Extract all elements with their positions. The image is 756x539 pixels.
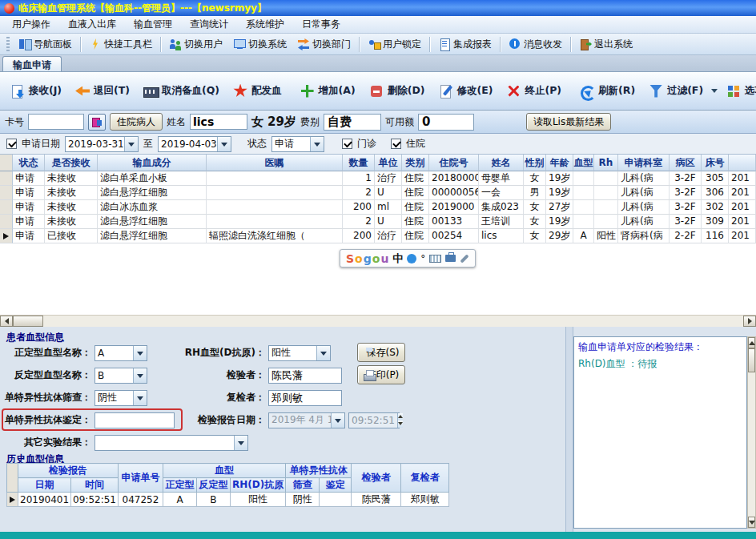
add-button[interactable]: 增加(A)	[293, 74, 362, 108]
history-col-forward[interactable]: 正定型	[163, 478, 196, 493]
history-col-date[interactable]: 日期	[18, 478, 71, 493]
filter-button[interactable]: 过滤(F)	[641, 74, 710, 108]
history-group-antibody[interactable]: 单特异性抗体	[286, 464, 352, 478]
scroll-down-button[interactable]	[748, 517, 755, 528]
history-col-apply-no[interactable]: 申请单号	[118, 464, 163, 493]
delete-button[interactable]: 删除(D)	[362, 74, 432, 108]
antibody-screen-select[interactable]: 阴性	[94, 390, 147, 406]
horizontal-scrollbar[interactable]	[0, 315, 756, 327]
grid-column-header[interactable]: 是否接收	[45, 155, 98, 171]
apply-date-checkbox[interactable]	[6, 139, 17, 149]
scroll-left-button[interactable]	[0, 316, 13, 327]
panel-splitter[interactable]	[565, 327, 573, 532]
status-select[interactable]: 申请	[271, 136, 324, 152]
forward-type-select[interactable]: A	[94, 345, 147, 361]
inpatient-button[interactable]: 住院病人	[110, 113, 163, 131]
grid-column-header[interactable]: 申请科室	[618, 155, 670, 171]
grid-column-header[interactable]: 医嘱	[207, 155, 343, 171]
date-to-dropdown-button[interactable]	[217, 137, 231, 151]
vertical-scrollbar[interactable]	[747, 336, 756, 529]
grid-column-header[interactable]: 住院号	[429, 155, 479, 171]
sogou-moon-icon[interactable]	[407, 254, 416, 263]
history-row[interactable]: 20190401 09:52:51 047252 A B 阳性 阴性 陈民藩 郑…	[7, 493, 449, 507]
date-to-picker[interactable]: 2019-04-03 11	[158, 136, 231, 152]
menu-transfusion-mgmt[interactable]: 输血管理	[125, 16, 181, 33]
spin-up-button[interactable]	[398, 413, 403, 420]
date-from-dropdown-button[interactable]	[124, 137, 138, 151]
scroll-thumb[interactable]	[748, 348, 755, 372]
grid-column-header[interactable]: 性别	[524, 155, 546, 171]
grid-column-header[interactable]: 数量	[343, 155, 375, 171]
menu-user-ops[interactable]: 用户操作	[3, 16, 59, 33]
reverse-type-select[interactable]: B	[94, 368, 147, 384]
inpatient-checkbox[interactable]	[391, 139, 401, 149]
combo-dropdown-button[interactable]	[234, 436, 247, 450]
refresh-button[interactable]: 刷新(R)	[573, 74, 641, 108]
grid-column-header[interactable]: 姓名	[479, 155, 524, 171]
grid-column-header[interactable]: 输血成分	[98, 155, 207, 171]
stop-button[interactable]: 终止(P)	[499, 74, 568, 108]
report-time-spinner[interactable]: 09:52:51	[348, 412, 400, 428]
outpatient-checkbox[interactable]	[342, 139, 352, 149]
status-dropdown-button[interactable]	[310, 137, 324, 151]
grid-column-header[interactable]	[729, 155, 756, 171]
table-row[interactable]: 申请未接收滤白悬浮红细胞2U住院00000056一会男19岁儿科(病3-2F30…	[0, 186, 756, 200]
edit-button[interactable]: 修改(E)	[432, 74, 500, 108]
combo-dropdown-button[interactable]	[133, 346, 147, 360]
scroll-up-button[interactable]	[748, 337, 755, 348]
scroll-right-button[interactable]	[743, 316, 756, 327]
card-reader-button[interactable]	[88, 114, 106, 131]
history-col-rechecker[interactable]: 复检者	[401, 464, 449, 493]
table-row[interactable]: 申请已接收滤白悬浮红细胞辐照滤白洗涤红细胞（200治疗住院00254lics女2…	[0, 229, 756, 243]
history-col-reverse[interactable]: 反定型	[196, 478, 230, 493]
scroll-track[interactable]	[748, 372, 755, 517]
history-group-report[interactable]: 检验报告	[18, 464, 119, 478]
table-row[interactable]: 申请未接收滤白单采血小板1治疗住院20180000母婴单女19岁儿科(病3-2F…	[0, 171, 756, 186]
grid-column-header[interactable]: 床号	[702, 155, 729, 171]
tab-transfusion-request[interactable]: 输血申请	[2, 56, 62, 71]
user-lock-button[interactable]: 用户锁定	[363, 35, 426, 54]
sogou-punct-toggle[interactable]: °	[420, 253, 425, 264]
return-button[interactable]: 退回(T)	[68, 74, 136, 108]
nav-panel-button[interactable]: 导航面板	[14, 35, 77, 54]
spin-down-button[interactable]	[398, 420, 403, 428]
combo-dropdown-button[interactable]	[133, 368, 147, 383]
history-col-screen[interactable]: 筛查	[286, 478, 320, 493]
switch-dept-button[interactable]: 切换部门	[292, 35, 356, 54]
sogou-keyboard-icon[interactable]	[429, 255, 441, 263]
grid-column-header[interactable]: Rh	[594, 155, 618, 171]
filter-dropdown-caret-icon[interactable]	[711, 89, 718, 93]
sogou-input-bar[interactable]: S o g o u 中 °	[340, 249, 476, 267]
switch-system-button[interactable]: 切换系统	[228, 35, 292, 54]
print-report-button[interactable]: 打印(P)	[357, 365, 405, 384]
card-no-input[interactable]	[28, 114, 84, 130]
history-col-examiner[interactable]: 检验者	[352, 464, 401, 493]
combo-dropdown-button[interactable]	[133, 391, 147, 405]
switch-user-button[interactable]: 切换用户	[164, 35, 227, 54]
exit-system-button[interactable]: 退出系统	[574, 35, 637, 54]
menu-blood-inout[interactable]: 血液入出库	[59, 16, 125, 33]
rh-type-select[interactable]: 阳性	[268, 345, 331, 361]
grid-column-header[interactable]: 单位	[375, 155, 402, 171]
sogou-mode-toggle[interactable]: 中	[392, 251, 403, 266]
menu-daily-affairs[interactable]: 日常事务	[293, 16, 349, 33]
receive-button[interactable]: 接收(J)	[3, 74, 68, 108]
grid-column-header[interactable]: 年龄	[546, 155, 573, 171]
menu-query-stats[interactable]: 查询统计	[181, 16, 237, 33]
message-button[interactable]: 消息收发	[504, 35, 567, 54]
menu-system-maint[interactable]: 系统维护	[237, 16, 293, 33]
grid-column-header[interactable]: 血型	[573, 155, 594, 171]
spinner-buttons[interactable]	[397, 413, 403, 428]
table-row[interactable]: 申请未接收滤白悬浮红细胞2U住院00133王培训女19岁儿科(病3-2F3092…	[0, 215, 756, 229]
grid-column-header[interactable]: 类别	[402, 155, 429, 171]
options-button[interactable]: 选项(O)	[719, 74, 756, 108]
scroll-track[interactable]	[43, 316, 743, 327]
examiner-input[interactable]	[268, 368, 342, 384]
quick-toolbar-button[interactable]: 快捷工具栏	[84, 35, 157, 54]
save-button[interactable]: 保存(S)	[357, 343, 405, 362]
cancel-prep-button[interactable]: 取消备血(Q)	[136, 74, 226, 108]
grid-column-header[interactable]: 病区	[670, 155, 702, 171]
sogou-wrench-icon[interactable]	[460, 254, 469, 263]
report-button[interactable]: 集成报表	[433, 35, 497, 54]
read-lis-button[interactable]: 读取Lis最新结果	[526, 113, 611, 131]
